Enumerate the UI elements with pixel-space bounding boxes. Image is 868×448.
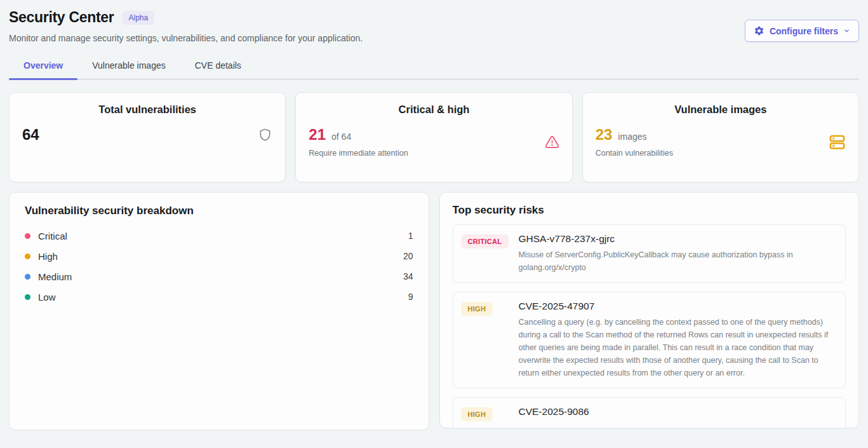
risk-item-cve-2025-9086[interactable]: High CVE-2025-9086 — [453, 397, 846, 428]
card-title: Total vulnerabilities — [22, 104, 272, 116]
low-dot-icon — [25, 294, 30, 300]
breakdown-row-high: High 20 — [25, 246, 413, 266]
medium-dot-icon — [25, 274, 30, 280]
breakdown-row-critical: Critical 1 — [25, 226, 413, 246]
header-left: Security Center Alpha Monitor and manage… — [9, 9, 363, 43]
top-security-risks-card: Top security risks Critical GHSA-v778-23… — [439, 192, 860, 428]
total-vulnerabilities-card: Total vulnerabilities 64 — [9, 92, 286, 182]
alpha-badge: Alpha — [123, 11, 155, 25]
vulnerable-images-suffix: images — [618, 132, 646, 142]
vulnerable-images-card: Vulnerable images 23 images Contain vuln… — [582, 92, 859, 182]
risk-item-ghsa-v778-237x-gjrc[interactable]: Critical GHSA-v778-237x-gjrc Misuse of S… — [453, 224, 846, 283]
shield-icon — [258, 128, 272, 142]
breakdown-label: Low — [38, 292, 56, 302]
breakdown-count: 20 — [403, 251, 413, 261]
gear-icon — [754, 25, 765, 36]
page-header: Security Center Alpha Monitor and manage… — [9, 9, 859, 43]
main-row: Vulnerability security breakdown Critica… — [9, 192, 859, 430]
total-vulnerabilities-value: 64 — [22, 126, 39, 144]
tab-vulnerable-images[interactable]: Vulnerable images — [77, 54, 180, 79]
severity-badge-high: High — [461, 407, 493, 421]
warning-triangle-icon — [545, 135, 559, 149]
risk-description: Misuse of ServerConfig.PublicKeyCallback… — [519, 248, 834, 274]
breakdown-label: High — [38, 251, 58, 262]
tab-bar: Overview Vulnerable images CVE details — [9, 54, 859, 79]
card-title: Vulnerable images — [596, 104, 846, 116]
vulnerability-breakdown-card: Vulnerability security breakdown Critica… — [9, 192, 429, 430]
configure-filters-button[interactable]: Configure filters — [745, 20, 859, 42]
breakdown-count: 9 — [408, 292, 413, 302]
breakdown-row-medium: Medium 34 — [25, 266, 413, 287]
critical-high-value: 21 — [309, 126, 326, 144]
breakdown-title: Vulnerability security breakdown — [25, 205, 413, 217]
risk-description: Cancelling a query (e.g. by cancelling t… — [519, 316, 834, 379]
risk-id: CVE-2025-9086 — [519, 406, 834, 417]
server-stack-icon — [829, 134, 846, 150]
risk-id: GHSA-v778-237x-gjrc — [519, 233, 834, 245]
tab-overview[interactable]: Overview — [9, 54, 77, 79]
page-title: Security Center — [9, 9, 114, 26]
breakdown-label: Critical — [38, 231, 67, 241]
vulnerable-images-value: 23 — [596, 126, 613, 144]
risk-item-cve-2025-47907[interactable]: High CVE-2025-47907 Cancelling a query (… — [453, 292, 846, 388]
card-title: Critical & high — [309, 104, 559, 116]
risk-list: Critical GHSA-v778-237x-gjrc Misuse of S… — [453, 224, 846, 428]
risk-id: CVE-2025-47907 — [519, 301, 834, 312]
breakdown-rows: Critical 1 High 20 Medium 34 Low 9 — [25, 226, 413, 307]
summary-cards-row: Total vulnerabilities 64 Critical & high… — [9, 92, 859, 182]
critical-high-subtitle: Require immediate attention — [309, 149, 408, 158]
severity-badge-critical: Critical — [461, 234, 509, 248]
critical-high-suffix: of 64 — [331, 132, 351, 142]
breakdown-count: 1 — [408, 231, 413, 241]
critical-dot-icon — [25, 233, 30, 239]
high-dot-icon — [25, 254, 30, 259]
vulnerable-images-subtitle: Contain vulnerabilities — [596, 149, 673, 158]
page-subtitle: Monitor and manage security settings, vu… — [9, 33, 363, 43]
breakdown-count: 34 — [403, 271, 413, 282]
breakdown-row-low: Low 9 — [25, 287, 413, 307]
chevron-down-icon — [843, 27, 850, 34]
top-risks-title: Top security risks — [453, 204, 846, 217]
critical-high-card: Critical & high 21 of 64 Require immedia… — [295, 92, 572, 182]
title-row: Security Center Alpha — [9, 9, 363, 26]
configure-filters-label: Configure filters — [770, 26, 838, 36]
breakdown-label: Medium — [38, 271, 72, 282]
security-center-page: Security Center Alpha Monitor and manage… — [0, 0, 868, 430]
tab-cve-details[interactable]: CVE details — [180, 54, 256, 79]
severity-badge-high: High — [461, 302, 493, 316]
